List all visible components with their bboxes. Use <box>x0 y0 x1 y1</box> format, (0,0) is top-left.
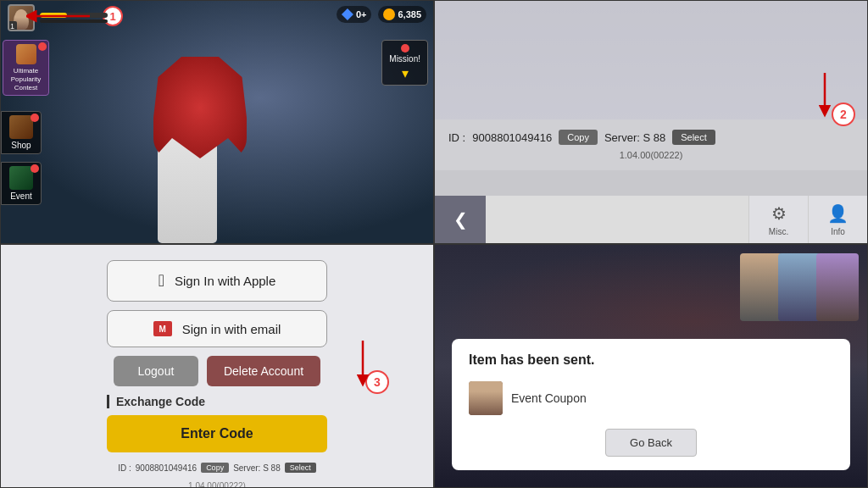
event-label: Ultimate Popularity Contest <box>11 67 42 92</box>
enter-code-button[interactable]: Enter Code <box>107 415 327 452</box>
exchange-section: Exchange Code Enter Code <box>107 395 327 452</box>
nav-spacer <box>486 196 748 243</box>
shop-label: Shop <box>11 141 31 150</box>
copy-button[interactable]: Copy <box>559 130 598 145</box>
email-signin-button[interactable]: M Sign in with email <box>107 310 327 347</box>
item-thumb-char <box>469 381 503 415</box>
back-icon: ❮ <box>453 209 468 230</box>
game-character <box>103 6 272 243</box>
id-value: 9008801049416 <box>472 131 552 144</box>
exchange-label: Exchange Code <box>107 395 327 408</box>
gear-icon: ⚙ <box>771 203 787 224</box>
id-row: ID : 9008801049416 Copy Server: S 88 Sel… <box>448 130 854 145</box>
bottom-characters <box>744 253 859 321</box>
arrow-1-svg <box>26 8 94 25</box>
event-btn-notif <box>31 164 39 173</box>
select-button[interactable]: Select <box>672 130 715 145</box>
logout-button[interactable]: Logout <box>114 356 198 386</box>
apple-signin-button[interactable]:  Sign In with Apple <box>107 260 327 302</box>
mission-notif <box>401 44 409 53</box>
info-nav-item[interactable]: 👤 Info <box>808 196 867 243</box>
char-3 <box>816 253 859 321</box>
person-icon: 👤 <box>827 203 849 224</box>
account-copy-button[interactable]: Copy <box>201 463 229 473</box>
item-name: Event Coupon <box>511 391 587 405</box>
delete-account-button[interactable]: Delete Account <box>207 356 320 386</box>
account-select-button[interactable]: Select <box>285 463 316 473</box>
account-id-label: ID : <box>118 463 131 473</box>
apple-icon:  <box>159 271 164 291</box>
email-icon: M <box>153 321 172 336</box>
version-text: 1.04.00(00222) <box>448 150 854 160</box>
panel-item-sent: Item has been sent. Event Coupon Go Back <box>434 244 868 488</box>
panel-game: 1 1 0+ <box>0 0 434 244</box>
event-button[interactable]: Event <box>1 162 42 205</box>
misc-nav-item[interactable]: ⚙ Misc. <box>748 196 808 243</box>
item-row: Event Coupon <box>469 376 833 420</box>
char-2 <box>778 253 821 321</box>
email-signin-label: Sign in with email <box>182 322 281 336</box>
mission-panel[interactable]: Mission! ▾ <box>381 40 428 86</box>
action-row: Logout Delete Account <box>114 356 320 386</box>
settings-nav: ❮ ⚙ Misc. 👤 Info <box>435 196 867 243</box>
arrow-2-svg <box>799 69 850 119</box>
chevron-down-icon: ▾ <box>389 65 420 81</box>
shop-icon <box>9 115 33 139</box>
event-panel[interactable]: Ultimate Popularity Contest <box>3 40 49 96</box>
account-id-value: 9008801049416 <box>136 463 197 473</box>
item-thumbnail <box>469 381 503 415</box>
event-btn-icon <box>9 166 33 190</box>
misc-label: Misc. <box>769 227 788 236</box>
item-dialog-title: Item has been sent. <box>469 352 833 368</box>
back-button[interactable]: ❮ <box>435 196 486 243</box>
event-notif <box>38 42 47 51</box>
id-section: ID : 9008801049416 Copy Server: S 88 Sel… <box>435 119 867 170</box>
event-btn-label: Event <box>10 191 32 201</box>
event-icon <box>16 44 36 64</box>
item-dialog: Item has been sent. Event Coupon Go Back <box>452 339 850 470</box>
char-hair <box>153 57 247 158</box>
panel-account:  Sign In with Apple M Sign in with emai… <box>0 244 434 488</box>
arrow-3-svg <box>342 336 384 387</box>
go-back-button[interactable]: Go Back <box>605 429 697 457</box>
account-id-row: ID : 9008801049416 Copy Server: S 88 Sel… <box>118 463 316 473</box>
shop-notif <box>31 114 39 122</box>
info-label: Info <box>831 227 845 236</box>
account-server-label: Server: S 88 <box>233 463 281 473</box>
mission-label: Mission! <box>389 54 420 64</box>
shop-button[interactable]: Shop <box>1 111 42 154</box>
apple-signin-label: Sign In with Apple <box>175 274 275 288</box>
id-label: ID : <box>448 131 465 144</box>
panel-settings: ID : 9008801049416 Copy Server: S 88 Sel… <box>434 0 868 244</box>
server-label: Server: S 88 <box>604 131 665 144</box>
account-version: 1.04.00(00222) <box>188 481 246 488</box>
char-1 <box>740 253 782 321</box>
level-badge: 1 <box>8 21 17 31</box>
